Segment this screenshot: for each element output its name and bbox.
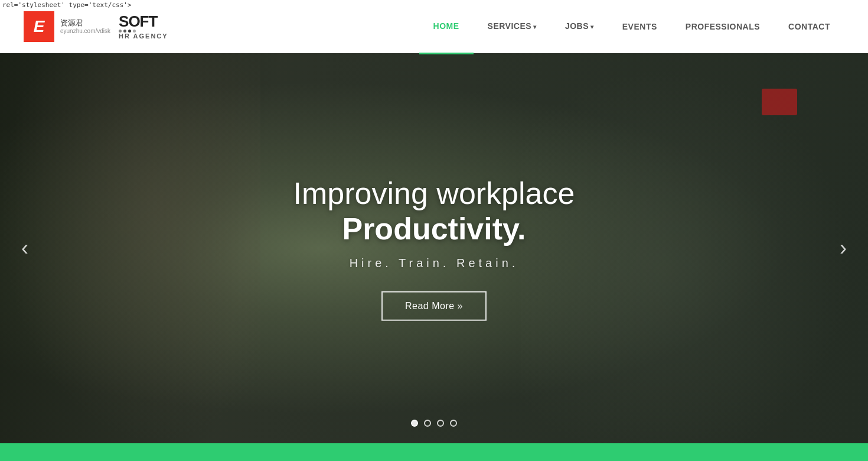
nav-link-professionals[interactable]: PROFESSIONALS [671,0,774,53]
carousel-dot-1[interactable] [411,420,418,427]
hero-section: ‹ Improving workplace Productivity. Hire… [0,53,868,443]
carousel-dots [411,420,457,427]
carousel-dot-3[interactable] [437,420,444,427]
nav-link-jobs[interactable]: JOBS [551,0,608,54]
hero-red-rect [762,89,797,115]
nav-links: HOME SERVICES JOBS EVENTS PROFESSIONALS … [419,0,844,54]
logo-tagline: HR AGENCY [119,33,168,40]
hero-title: Improving workplace Productivity. [213,176,655,247]
nav-link-events[interactable]: EVENTS [608,0,671,53]
logo[interactable]: E 资源君 eyunzhu.com/vdisk SOFT HR AGENCY [24,11,168,42]
logo-chinese: 资源君 [60,18,83,28]
nav-item-events[interactable]: EVENTS [608,0,671,53]
logo-text-block: 资源君 eyunzhu.com/vdisk [60,18,110,35]
nav-item-professionals[interactable]: PROFESSIONALS [671,0,774,53]
nav-link-services[interactable]: SERVICES [474,0,551,54]
hero-cta-button[interactable]: Read More » [381,291,487,320]
logo-brand: SOFT [119,14,157,29]
hero-content: Improving workplace Productivity. Hire. … [213,176,655,321]
logo-url: eyunzhu.com/vdisk [60,28,110,35]
hero-title-bold: Productivity. [342,212,526,246]
nav-item-contact[interactable]: CONTACT [774,0,844,53]
nav-item-home[interactable]: HOME [419,0,474,54]
carousel-dot-2[interactable] [424,420,431,427]
nav-link-home[interactable]: HOME [419,0,474,54]
nav-item-jobs[interactable]: JOBS [551,0,608,54]
hero-subtitle: Hire. Train. Retain. [213,256,655,270]
nav-link-contact[interactable]: CONTACT [774,0,844,53]
carousel-arrow-left[interactable]: ‹ [12,230,38,267]
carousel-arrow-right[interactable]: › [830,230,856,267]
carousel-dot-4[interactable] [450,420,457,427]
job-search-section: Start your job search Search Jobs → [0,443,868,461]
logo-icon: E [24,11,54,42]
nav-item-services[interactable]: SERVICES [474,0,551,54]
code-artifact: rel='stylesheet' type='text/css'> [0,0,134,10]
